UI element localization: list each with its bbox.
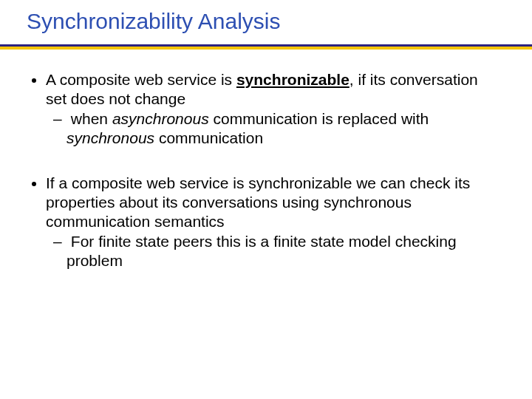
text: For finite state peers this is a finite … (66, 233, 457, 269)
text: when (71, 110, 112, 127)
term-synchronizable: synchronizable (236, 71, 349, 88)
bullet-group-1: A composite web service is synchronizabl… (30, 70, 502, 147)
text: communication is replaced with (209, 110, 429, 127)
term-asynchronous: asynchronous (112, 110, 209, 127)
sub-bullets-1: when asynchronous communication is repla… (46, 109, 502, 147)
term-synchronous: synchronous (66, 129, 154, 146)
text: communication (154, 129, 263, 146)
bullet-1: A composite web service is synchronizabl… (46, 70, 502, 147)
text: If a composite web service is synchroniz… (46, 174, 470, 229)
sub-bullet-1-1: when asynchronous communication is repla… (66, 109, 502, 147)
divider (0, 44, 532, 50)
sub-bullet-2-1: For finite state peers this is a finite … (66, 232, 502, 270)
slide-body: A composite web service is synchronizabl… (0, 50, 532, 270)
bullet-2: If a composite web service is synchroniz… (46, 174, 502, 270)
sub-bullets-2: For finite state peers this is a finite … (46, 232, 502, 270)
slide-title: Synchronizability Analysis (27, 9, 532, 44)
bullet-group-2: If a composite web service is synchroniz… (30, 174, 502, 270)
text: A composite web service is (46, 71, 236, 88)
slide-header: Synchronizability Analysis (0, 0, 532, 44)
divider-gold-line (0, 47, 532, 50)
